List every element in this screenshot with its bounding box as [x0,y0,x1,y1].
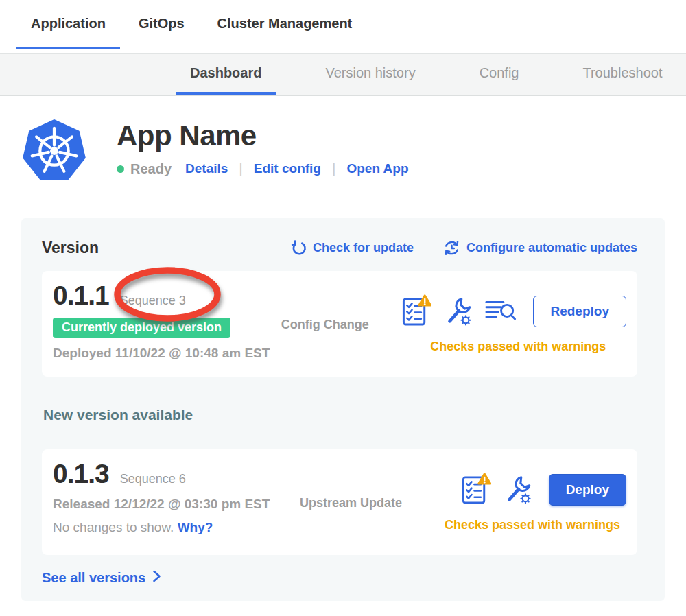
app-title: App Name [117,119,409,152]
tab-version-history[interactable]: Version history [311,54,429,95]
changes-note: No changes to show. Why? [53,520,213,535]
released-timestamp: Released 12/12/22 @ 03:30 pm EST [53,497,270,512]
available-version-source: Upstream Update [300,495,430,510]
separator: | [239,161,242,177]
app-nav: Dashboard Version history Config Trouble… [0,53,686,96]
primary-nav: Application GitOps Cluster Management [0,0,686,53]
app-status-row: Ready Details | Edit config | Open App [117,161,409,177]
available-version-card: 0.1.3 Sequence 6 Released 12/12/22 @ 03:… [42,449,637,555]
deploy-button[interactable]: Deploy [549,474,626,506]
current-version-card: 0.1.1 Sequence 3 Currently deployed vers… [42,271,637,377]
why-link[interactable]: Why? [178,520,213,534]
current-version-sequence: Sequence 3 [120,294,186,308]
available-version-number: 0.1.3 [53,459,109,489]
new-version-heading: New version available [43,407,637,423]
view-logs-icon[interactable] [485,296,517,327]
tab-gitops[interactable]: GitOps [124,0,199,49]
refresh-icon [290,239,307,257]
preflight-checks-warning-icon[interactable] [401,294,431,329]
deployed-timestamp: Deployed 11/10/22 @ 10:48 am EST [53,346,270,361]
available-version-sequence: Sequence 6 [120,472,186,486]
separator: | [332,161,335,177]
version-heading: Version [42,239,99,257]
app-status: Ready [130,161,172,177]
auto-update-clock-icon [442,239,461,257]
redeploy-button[interactable]: Redeploy [533,296,626,327]
edit-config-link[interactable]: Edit config [254,161,321,176]
version-panel: Version Check for update [21,218,665,601]
app-header: App Name Ready Details | Edit config | O… [23,117,686,185]
configure-automatic-updates-link[interactable]: Configure automatic updates [442,239,637,257]
checks-status-available: Checks passed with warnings [445,518,620,532]
currently-deployed-badge: Currently deployed version [53,318,230,338]
checks-status-current: Checks passed with warnings [430,340,606,354]
status-ready-dot-icon [117,165,124,173]
check-for-update-link[interactable]: Check for update [290,239,414,257]
open-app-link[interactable]: Open App [346,161,408,176]
current-version-source: Config Change [281,316,402,332]
tab-cluster-management[interactable]: Cluster Management [203,0,367,49]
see-all-versions-link[interactable]: See all versions [42,570,161,586]
chevron-right-icon [152,570,161,586]
tab-dashboard[interactable]: Dashboard [176,54,276,95]
edit-config-icon[interactable] [504,473,532,507]
tab-config[interactable]: Config [465,54,534,95]
preflight-checks-warning-icon[interactable] [461,473,491,508]
details-link[interactable]: Details [185,161,228,176]
tab-application[interactable]: Application [16,0,120,49]
tab-troubleshoot[interactable]: Troubleshoot [568,54,676,95]
kubernetes-logo-icon [23,117,86,185]
current-version-number: 0.1.1 [53,281,109,311]
edit-config-icon[interactable] [444,294,473,329]
